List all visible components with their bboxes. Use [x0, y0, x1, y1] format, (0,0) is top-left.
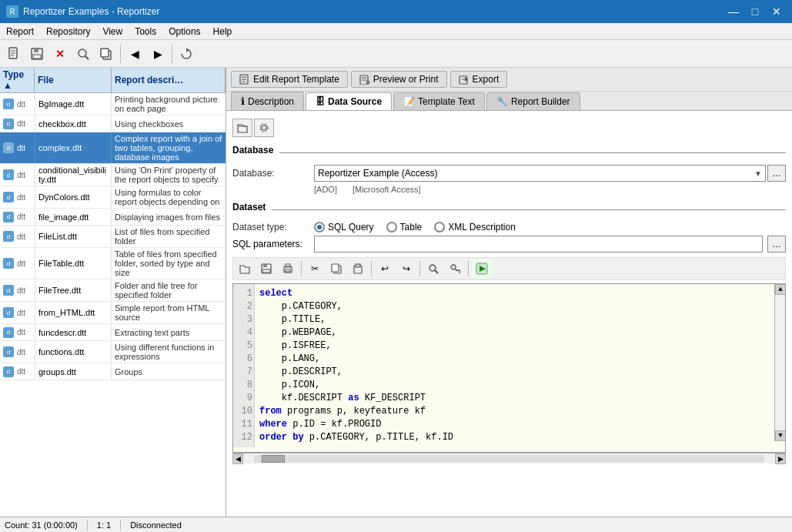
sql-params-browse-button[interactable]: … [767, 236, 786, 253]
export-button[interactable]: Export [450, 71, 508, 88]
sql-params-input[interactable] [314, 236, 763, 253]
file-row[interactable]: d dtt FileTable.dtt Table of files from … [0, 248, 226, 279]
copy-to-button[interactable] [95, 43, 117, 65]
file-type-icon: d [3, 366, 14, 377]
menu-tools[interactable]: Tools [129, 25, 162, 38]
file-row[interactable]: d dtt checkbox.dtt Using checkboxes [0, 115, 226, 132]
refresh-button[interactable] [175, 43, 197, 65]
menu-options[interactable]: Options [162, 25, 206, 38]
database-row: Database: Reportizer Example (Access) ▼ … [232, 165, 786, 182]
sql-hscrollbar[interactable]: ◀ ▶ [232, 453, 786, 463]
hscroll-thumb[interactable] [262, 455, 285, 463]
sql-run-button[interactable] [472, 259, 492, 278]
file-list-header: Type ▲ File Report descri… [0, 68, 226, 93]
preview-button[interactable]: Preview or Print [351, 71, 447, 88]
file-type-icon: d [3, 231, 14, 242]
tab-reportbuilder[interactable]: 🔧 Report Builder [486, 92, 580, 110]
file-row[interactable]: d dtt funcdescr.dtt Extracting text part… [0, 324, 226, 341]
col-header-desc[interactable]: Report descri… [112, 68, 226, 92]
file-row[interactable]: d dtt BgImage.dtt Printing background pi… [0, 93, 226, 115]
menu-help[interactable]: Help [207, 25, 239, 38]
database-select[interactable]: Reportizer Example (Access) ▼ [314, 165, 766, 182]
sql-redo-button[interactable]: ↪ [396, 259, 416, 278]
database-section-title: Database [232, 145, 273, 156]
file-type-icon: d [3, 327, 14, 338]
tab-description[interactable]: ℹ Description [231, 92, 304, 110]
radio-xml[interactable]: XML Description [434, 222, 516, 233]
file-type-icon: d [3, 212, 14, 223]
sql-save-button[interactable] [256, 259, 276, 278]
file-type-icon: d [3, 119, 14, 129]
tab-datasource-label: Data Source [328, 96, 382, 107]
datasource-settings-button[interactable] [254, 119, 274, 137]
maximize-button[interactable]: □ [746, 5, 764, 18]
database-section: Database Database: Reportizer Example (A… [232, 145, 786, 194]
file-desc: List of files from specified folder [112, 226, 226, 247]
back-button[interactable]: ◀ [124, 43, 145, 65]
database-browse-button[interactable]: … [767, 165, 786, 182]
file-row[interactable]: d dtt functions.dtt Using different func… [0, 341, 226, 363]
file-desc: Table of files from specified folder, so… [112, 248, 226, 279]
sql-paste-button[interactable] [348, 259, 368, 278]
sql-copy-button[interactable] [326, 259, 346, 278]
menu-repository[interactable]: Repository [40, 25, 96, 38]
sql-toolbar-sep-4 [468, 261, 469, 276]
datasource-open-button[interactable] [232, 119, 252, 137]
export-icon [459, 74, 470, 85]
menu-report[interactable]: Report [0, 25, 40, 38]
tab-templatetext[interactable]: 📝 Template Text [393, 92, 485, 110]
file-desc: Using formulas to color report objects d… [112, 186, 226, 208]
minimize-button[interactable]: — [724, 5, 743, 18]
sql-toolbar-sep-1 [301, 261, 302, 276]
edit-report-button[interactable]: Edit Report Template [231, 71, 348, 88]
sql-replace-button[interactable] [445, 259, 465, 278]
radio-table[interactable]: Table [386, 222, 423, 233]
delete-button[interactable]: ✕ [49, 43, 71, 65]
file-row[interactable]: d dtt groups.dtt Groups [0, 363, 226, 380]
radio-sql-dot [314, 222, 325, 233]
sql-cut-button[interactable]: ✂ [305, 259, 325, 278]
hscroll-left[interactable]: ◀ [232, 453, 243, 464]
sql-find-button[interactable] [423, 259, 443, 278]
forward-button[interactable]: ▶ [147, 43, 169, 65]
tab-datasource[interactable]: 🗄 Data Source [306, 92, 392, 110]
menu-bar: Report Repository View Tools Options Hel… [0, 23, 792, 40]
col-header-type[interactable]: Type ▲ [0, 68, 35, 92]
vscroll-down[interactable]: ▼ [775, 430, 786, 441]
line-numbers: 12345 678910 1112 [233, 284, 255, 447]
new-button[interactable] [3, 43, 25, 65]
file-row[interactable]: d dtt file_image.dtt Displaying images f… [0, 209, 226, 226]
search-open-button[interactable] [72, 43, 94, 65]
file-name: funcdescr.dtt [35, 324, 112, 340]
file-row[interactable]: d dtt DynColors.dtt Using formulas to co… [0, 186, 226, 209]
file-name: FileTable.dtt [35, 248, 112, 279]
menu-view[interactable]: View [96, 25, 129, 38]
hscroll-right[interactable]: ▶ [775, 453, 786, 464]
file-row-selected[interactable]: d dtt complex.dtt Complex report with a … [0, 132, 226, 164]
close-button[interactable]: ✕ [767, 5, 786, 18]
file-desc: Extracting text parts [112, 324, 226, 340]
radio-sql-query[interactable]: SQL Query [314, 222, 374, 233]
tab-reportbuilder-label: Report Builder [511, 96, 570, 107]
file-desc: Using checkboxes [112, 115, 226, 132]
save-button[interactable] [26, 43, 48, 65]
content-area: Database Database: Reportizer Example (A… [226, 111, 792, 517]
main-container: Type ▲ File Report descri… d dtt BgImage… [0, 68, 792, 517]
file-row[interactable]: d dtt conditional_visibility.dtt Using '… [0, 164, 226, 186]
dataset-type-label: Dataset type: [232, 222, 309, 233]
sql-undo-button[interactable]: ↩ [375, 259, 395, 278]
database-label: Database: [232, 168, 309, 179]
sql-editor[interactable]: 12345 678910 1112 select p.CATEGORY, p.T… [232, 283, 786, 453]
sql-code[interactable]: select p.CATEGORY, p.TITLE, p.WEBPAGE, p… [255, 284, 774, 447]
file-row[interactable]: d dtt from_HTML.dtt Simple report from H… [0, 302, 226, 324]
col-header-file[interactable]: File [35, 68, 112, 92]
vscroll-up[interactable]: ▲ [775, 284, 786, 295]
file-name: DynColors.dtt [35, 186, 112, 208]
file-row[interactable]: d dtt FileList.dtt List of files from sp… [0, 226, 226, 248]
sql-open-button[interactable] [235, 259, 255, 278]
radio-sql-label: SQL Query [328, 222, 374, 233]
file-row[interactable]: d dtt FileTree.dtt Folder and file tree … [0, 279, 226, 302]
window-controls: — □ ✕ [724, 5, 786, 18]
sql-vscrollbar[interactable]: ▲ ▼ [774, 284, 785, 441]
sql-print-button[interactable] [278, 259, 298, 278]
